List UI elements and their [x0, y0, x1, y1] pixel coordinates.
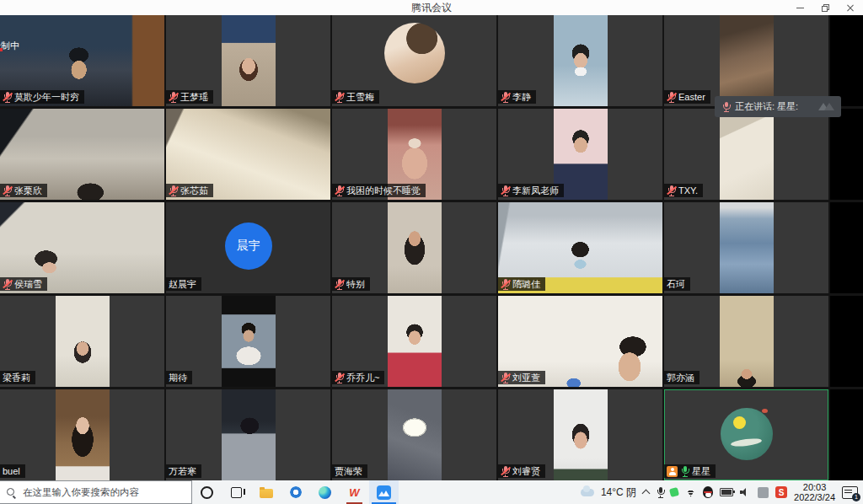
video-tile[interactable]: 我困的时候不睡觉 — [332, 109, 496, 200]
participant-nameplate: 侯瑞雪 — [0, 277, 47, 291]
participant-name: 刘睿贤 — [512, 465, 540, 477]
tray-mic-icon[interactable] — [656, 487, 663, 498]
battery-icon[interactable] — [720, 488, 733, 496]
tray-expand-icon[interactable] — [642, 490, 651, 498]
participant-video — [554, 389, 608, 480]
video-tile[interactable]: 刘亚萱 — [498, 296, 662, 387]
system-tray: 14°C 阴 S 20:03 2022/3/24 1 — [581, 480, 863, 504]
participant-nameplate: 张芯茹 — [166, 184, 213, 197]
weather-text[interactable]: 14°C 阴 — [601, 485, 636, 500]
taskbar-search[interactable] — [0, 480, 192, 504]
participant-name: 星星 — [692, 465, 710, 477]
network-signal-icon[interactable] — [685, 488, 696, 497]
video-tile[interactable]: 石珂 — [664, 202, 828, 293]
participant-nameplate: 石珂 — [664, 277, 690, 291]
weather-icon[interactable] — [581, 489, 594, 496]
muted-mic-icon — [667, 185, 676, 196]
speaking-toast-text: 正在讲话: 星星: — [735, 100, 798, 113]
video-tile[interactable]: 刘睿贤 — [498, 389, 662, 480]
video-tile[interactable]: 李新凤老师 — [498, 109, 662, 200]
participant-name: 张栗欣 — [14, 185, 42, 196]
video-tile[interactable]: 晨宇 赵晨宇 — [166, 202, 330, 293]
video-tile[interactable]: 特别 — [332, 202, 496, 293]
qq-icon[interactable] — [703, 486, 713, 498]
minimize-button[interactable] — [787, 0, 812, 15]
avatar-detail — [762, 409, 768, 413]
volume-icon[interactable] — [740, 488, 751, 496]
video-tile[interactable]: 隋璐佳 — [498, 202, 662, 293]
title-bar[interactable]: 腾讯会议 — [0, 0, 863, 15]
muted-mic-icon — [501, 279, 510, 290]
tencent-meeting-button[interactable] — [369, 480, 399, 504]
wps-icon: W — [349, 487, 359, 498]
participant-nameplate: 梁香莉 — [0, 371, 35, 384]
cortana-icon — [201, 486, 213, 499]
cortana-button[interactable] — [192, 480, 222, 504]
participant-nameplate: 特别 — [332, 277, 370, 291]
muted-mic-icon — [169, 185, 178, 196]
muted-mic-icon — [335, 373, 344, 383]
file-explorer-button[interactable] — [251, 480, 281, 504]
taskbar-clock[interactable]: 20:03 2022/3/24 — [794, 482, 835, 502]
wechat-icon[interactable] — [669, 487, 679, 497]
action-center-icon[interactable]: 1 — [842, 486, 858, 499]
window-controls — [787, 0, 863, 15]
windows-taskbar: W 14°C 阴 S 20:03 2022/3/24 1 — [0, 480, 863, 504]
video-grid: 莫欺少年一时穷 王梦瑶 王雪梅 李静 — [0, 15, 863, 480]
participant-nameplate: TXY. — [664, 184, 703, 197]
video-tile[interactable]: 王雪梅 — [332, 15, 496, 106]
avatar-text: 晨宇 — [237, 239, 260, 254]
participant-name: 乔乔儿~ — [346, 372, 379, 383]
video-tile[interactable]: 乔乔儿~ — [332, 296, 496, 387]
search-input[interactable] — [21, 486, 176, 498]
participant-nameplate: 李静 — [498, 90, 536, 104]
participant-nameplate: 期待 — [166, 371, 192, 384]
recording-dot — [0, 48, 3, 51]
browser-icon — [290, 486, 302, 498]
participant-name: 刘亚萱 — [512, 372, 540, 383]
clock-time: 20:03 — [803, 482, 827, 492]
task-view-button[interactable] — [222, 480, 251, 504]
participant-name: 特别 — [346, 278, 365, 290]
tencent-meeting-icon — [377, 485, 391, 500]
participant-nameplate: 刘睿贤 — [498, 464, 545, 478]
participant-video — [56, 296, 110, 387]
video-tile[interactable]: 王梦瑶 — [166, 15, 330, 106]
browser-button[interactable] — [281, 480, 310, 504]
video-tile-active-speaker[interactable]: 星星 — [664, 389, 828, 480]
video-tile[interactable]: 张芯茹 — [166, 109, 330, 200]
participant-name: TXY. — [678, 185, 698, 196]
muted-mic-icon — [501, 466, 510, 477]
video-tile-partial — [830, 389, 863, 480]
video-tile[interactable]: 梁香莉 — [0, 296, 164, 387]
wps-button[interactable]: W — [340, 480, 369, 504]
video-tile[interactable]: TXY. — [664, 109, 828, 200]
video-tile[interactable]: 莫欺少年一时穷 — [0, 15, 164, 106]
video-tile[interactable]: 期待 — [166, 296, 330, 387]
video-tile[interactable]: Easter — [664, 15, 828, 106]
video-tile[interactable]: 郭亦涵 — [664, 296, 828, 387]
muted-mic-icon — [3, 92, 12, 103]
video-tile-partial — [830, 296, 863, 387]
video-tile[interactable]: 侯瑞雪 — [0, 202, 164, 293]
video-tile[interactable]: 万若寒 — [166, 389, 330, 480]
participant-video — [388, 296, 442, 387]
input-method-icon[interactable] — [758, 487, 769, 498]
video-tile[interactable]: 贾海荣 — [332, 389, 496, 480]
video-tile[interactable]: buel — [0, 389, 164, 480]
participant-video — [56, 389, 110, 480]
restore-button[interactable] — [812, 0, 838, 15]
participant-video — [388, 389, 442, 480]
video-tile[interactable]: 李静 — [498, 15, 662, 106]
sogou-icon[interactable]: S — [775, 486, 787, 498]
participant-name: 侯瑞雪 — [14, 278, 42, 290]
participant-name: 期待 — [169, 372, 187, 383]
participant-name: 莫欺少年一时穷 — [14, 91, 79, 103]
edge-button[interactable] — [310, 480, 340, 504]
muted-mic-icon — [501, 373, 510, 383]
close-button[interactable] — [838, 0, 863, 15]
video-tile[interactable]: 张栗欣 — [0, 109, 164, 200]
participant-nameplate: 郭亦涵 — [664, 371, 700, 384]
participant-video — [222, 389, 276, 480]
participant-name: 万若寒 — [169, 465, 196, 477]
